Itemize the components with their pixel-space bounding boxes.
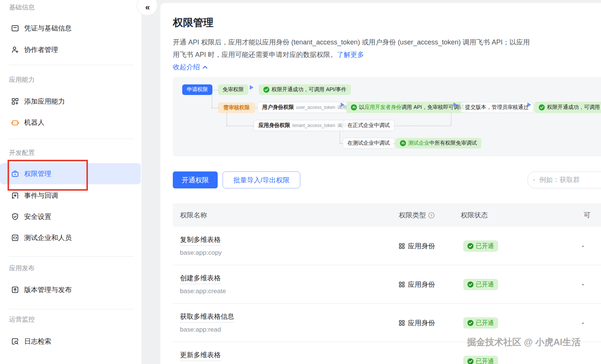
search-icon: [533, 176, 535, 184]
app-identity-grid-icon: [399, 243, 405, 249]
sidebar-item-label: 协作者管理: [24, 45, 58, 54]
description-line-1: 开通 API 权限后，应用才能以应用身份 (tenant_access_toke…: [173, 36, 530, 49]
permission-code: base:app:create: [180, 288, 226, 295]
sidebar-item-version-release[interactable]: 版本管理与发布: [0, 281, 141, 298]
collapse-intro-link[interactable]: 收起介绍: [173, 63, 208, 72]
check-circle-icon: [467, 243, 473, 249]
release-icon: [11, 285, 20, 294]
sidebar-item-log-search[interactable]: 日志检索: [0, 333, 141, 350]
permission-code: base:app:read: [180, 326, 234, 333]
check-circle-icon: [539, 104, 545, 110]
sidebar: 基础信息 凭证与基础信息 协作者管理 应用能力 添加应用能力: [0, 0, 141, 364]
sidebar-item-security-settings[interactable]: 安全设置: [0, 208, 141, 225]
svg-text:?: ?: [430, 213, 433, 217]
sidebar-item-collaborators[interactable]: 协作者管理: [0, 41, 141, 58]
sidebar-item-label: 安全设置: [24, 212, 51, 221]
status-badge: 已开通: [463, 240, 498, 252]
status-badge: 已开通: [463, 317, 498, 329]
sidebar-item-test-corp[interactable]: 测试企业和人员: [0, 229, 141, 246]
check-circle-icon: [467, 358, 473, 364]
flow-connector: [226, 125, 254, 126]
add-capability-icon: [11, 97, 20, 106]
sidebar-item-label: 版本管理与发布: [24, 285, 72, 294]
table-header: 权限名称 权限类型 ? 权限状态 可: [173, 203, 601, 227]
permission-search-box[interactable]: [527, 171, 601, 188]
check-circle-icon: [467, 320, 473, 326]
section-label-basic-info: 基础信息: [9, 3, 35, 12]
sidebar-divider: [9, 65, 134, 65]
watermark: 掘金技术社区 @ 小虎AI生活: [467, 336, 581, 348]
table-row[interactable]: 创建多维表格 base:app:create 应用身份 已开通 -: [173, 265, 601, 304]
sidebar-divider: [9, 139, 134, 139]
sidebar-divider: [9, 256, 134, 257]
robot-icon: [11, 118, 20, 127]
security-icon: [11, 212, 20, 221]
section-label-app-capability: 应用能力: [9, 75, 35, 84]
header-permission-status: 权限状态: [461, 203, 488, 227]
debug-circle-icon: [400, 140, 406, 146]
sidebar-item-add-capability[interactable]: 添加应用能力: [0, 93, 141, 110]
test-corp-icon: [11, 233, 20, 242]
flow-formal-debug-box: 在正式企业中调试: [343, 120, 395, 131]
sidebar-item-label: 权限管理: [24, 169, 51, 178]
search-input[interactable]: [538, 176, 601, 184]
flow-no-review-badge: 免审权限: [218, 84, 248, 95]
page-description: 开通 API 权限后，应用才能以应用身份 (tenant_access_toke…: [173, 36, 530, 61]
sidebar-divider: [9, 309, 134, 309]
permission-icon: [11, 169, 20, 178]
header-permission-type: 权限类型 ?: [399, 203, 435, 227]
status-badge: 已开通: [463, 279, 498, 290]
permission-name[interactable]: 创建多维表格: [180, 274, 221, 284]
check-circle-icon: [263, 87, 269, 93]
permission-type: 应用身份: [408, 242, 435, 251]
flow-need-review-badge: 需审核权限: [218, 102, 255, 113]
open-permission-button[interactable]: 开通权限: [173, 171, 218, 188]
sidebar-item-events-callbacks[interactable]: 事件与回调: [0, 187, 141, 204]
flow-arrow-icon: [250, 85, 254, 90]
table-row[interactable]: 复制多维表格 base:app:copy 应用身份 已开通 -: [173, 227, 601, 265]
event-callback-icon: [11, 191, 20, 200]
flow-arrow-icon: [341, 102, 344, 107]
section-label-dev-config: 开发配置: [9, 148, 35, 157]
sidebar-item-label: 日志检索: [24, 337, 51, 346]
permission-type: 应用身份: [408, 318, 435, 327]
help-icon[interactable]: ?: [428, 212, 435, 219]
sidebar-item-permission-management[interactable]: 权限管理: [0, 163, 141, 184]
flow-dev-debug-badge: 以应用开发者身份调用 API，免审核即可调试: [346, 102, 469, 113]
flow-submit-review-box: 提交版本，管理员审核通过: [460, 102, 533, 113]
header-scope: 可: [584, 203, 590, 227]
credential-icon: [11, 24, 20, 33]
permission-flow-diagram: 申请权限 免审权限 权限开通成功，可调用 API/事件 需审核权限 用户身份权限…: [173, 77, 601, 156]
sidebar-item-credentials[interactable]: 凭证与基础信息: [0, 20, 141, 37]
main-content: 权限管理 开通 API 权限后，应用才能以应用身份 (tenant_access…: [160, 3, 601, 364]
log-search-icon: [11, 337, 20, 346]
scope-value: -: [582, 304, 584, 342]
permission-name[interactable]: 获取多维表格信息: [180, 312, 234, 323]
flow-testfree-badge: 测试企业中所有权限免审调试: [395, 138, 481, 148]
check-circle-icon: [467, 281, 473, 288]
permission-code: base:app:copy: [180, 249, 222, 257]
header-permission-name: 权限名称: [180, 203, 207, 227]
flow-connector: [212, 108, 218, 109]
flow-apply-badge: 申请权限: [182, 84, 212, 95]
page-title: 权限管理: [173, 16, 214, 29]
app-identity-grid-icon: [399, 281, 405, 288]
flow-test-debug-box: 在测试企业中调试: [343, 138, 395, 149]
learn-more-link[interactable]: 了解更多: [337, 51, 364, 58]
batch-import-export-button[interactable]: 批量导入/导出权限: [223, 171, 300, 188]
flow-success-badge: 权限开通成功，可调用 API/事件: [259, 84, 351, 95]
sidebar-item-bot[interactable]: 机器人: [0, 114, 141, 131]
description-line-2: 用飞书 API 时，应用可能还需要申请对应的数据权限。了解更多: [173, 49, 530, 61]
status-badge: 已开通: [463, 356, 498, 364]
flow-arrow-icon: [527, 102, 531, 107]
sidebar-item-label: 事件与回调: [24, 191, 58, 200]
app-identity-grid-icon: [399, 320, 405, 326]
sidebar-collapse-button[interactable]: «: [137, 0, 158, 16]
flow-connector: [340, 143, 343, 144]
collaborator-icon: [11, 45, 20, 54]
collapse-chevrons-icon: «: [145, 3, 149, 12]
permission-name[interactable]: 更新多维表格: [180, 350, 221, 361]
permission-name[interactable]: 复制多维表格: [180, 235, 221, 246]
sidebar-item-label: 添加应用能力: [24, 97, 65, 106]
debug-circle-icon: [351, 104, 357, 110]
